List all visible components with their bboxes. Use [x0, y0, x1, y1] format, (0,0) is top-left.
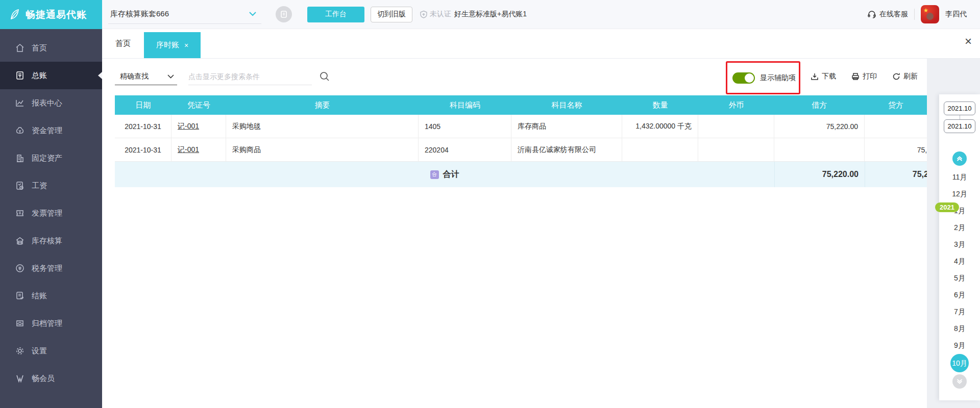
close-icon[interactable]: × [965, 35, 972, 47]
username[interactable]: 李四代 [945, 10, 967, 19]
account-book-select[interactable]: 库存核算账套666 [108, 5, 261, 24]
sidebar-item-archive[interactable]: 归档管理 [0, 310, 102, 337]
sidebar-item-inventory[interactable]: 库存核算 [0, 227, 102, 254]
month-item[interactable]: 4月 [954, 253, 965, 270]
print-button[interactable]: 打印 [851, 72, 877, 81]
sidebar-item-label: 发票管理 [32, 209, 62, 218]
sidebar-item-tax[interactable]: 税务管理 [0, 254, 102, 282]
month-list: 11月 12月 1月 2月 3月 4月 5月 6月 7月 8月 9月 10月 [950, 169, 969, 372]
search-mode-label: 精确查找 [120, 72, 149, 81]
cell-credit: 75,220.00 [865, 138, 937, 161]
divider [914, 9, 915, 20]
switch-old-version-button[interactable]: 切到旧版 [371, 7, 412, 22]
feather-logo-icon [8, 8, 21, 21]
sidebar-item-label: 总账 [32, 71, 47, 81]
online-service-button[interactable]: 在线客服 [867, 10, 908, 19]
sidebar-item-home[interactable]: 首页 [0, 34, 102, 62]
sidebar-item-payroll[interactable]: 工资 [0, 172, 102, 199]
sidebar-item-label: 税务管理 [32, 264, 62, 273]
col-header-date[interactable]: 日期 [115, 95, 172, 115]
sidebar-item-funds[interactable]: 资金管理 [0, 117, 102, 144]
download-button[interactable]: 下载 [811, 72, 836, 81]
period-to-box[interactable]: 2021.10 [944, 119, 975, 133]
cell-account-code: 220204 [419, 138, 511, 161]
sidebar-item-reports[interactable]: 报表中心 [0, 89, 102, 117]
workbench-button[interactable]: 工作台 [307, 7, 364, 22]
cell-credit [865, 115, 937, 138]
sidebar-item-settings[interactable]: 设置 [0, 337, 102, 365]
col-header-credit[interactable]: 贷方 [865, 95, 927, 115]
user-avatar[interactable]: ★ [921, 5, 939, 23]
period-from-box[interactable]: 2021.10 [944, 101, 975, 115]
month-item[interactable]: 6月 [954, 287, 965, 303]
year-badge: 2021 [935, 202, 959, 212]
search-mode-select[interactable]: 精确查找 [115, 68, 177, 85]
headset-icon [867, 10, 876, 19]
col-header-foreign-currency[interactable]: 外币 [698, 95, 774, 115]
refresh-button[interactable]: 刷新 [892, 72, 918, 81]
col-header-quantity[interactable]: 数量 [622, 95, 698, 115]
show-auxiliary-toggle[interactable] [732, 72, 755, 84]
sidebar-item-membership[interactable]: 畅会员 [0, 365, 102, 392]
brand-name: 畅捷通易代账 [26, 8, 87, 21]
tax-coin-icon [15, 264, 24, 273]
money-bag-icon [15, 126, 24, 135]
toggle-knob [745, 73, 754, 83]
sidebar-item-fixed-assets[interactable]: 固定资产 [0, 144, 102, 172]
col-header-debit[interactable]: 借方 [774, 95, 865, 115]
cell-account-name: 库存商品 [511, 115, 622, 138]
month-item[interactable]: 11月 [952, 169, 967, 186]
month-item[interactable]: 12月 [952, 186, 967, 202]
account-book-name: 库存核算账套666 [110, 9, 169, 19]
printer-icon [851, 72, 860, 81]
month-item-selected[interactable]: 10月 [950, 354, 969, 372]
refresh-icon [892, 72, 900, 81]
sidebar-item-general-ledger[interactable]: 总账 [0, 62, 102, 89]
sidebar-item-invoices[interactable]: 发票管理 [0, 199, 102, 227]
table-row[interactable]: 2021-10-31 记-001 采购商品 220204 沂南县亿诚家纺有限公司… [115, 138, 937, 162]
table-row[interactable]: 2021-10-31 记-001 采购地毯 1405 库存商品 1,432.00… [115, 115, 937, 138]
cert-status-text: 未认证 [430, 10, 451, 19]
cell-foreign-currency [698, 138, 774, 161]
month-item[interactable]: 5月 [954, 270, 965, 287]
sidebar-item-label: 报表中心 [32, 98, 62, 108]
print-label: 打印 [863, 72, 877, 81]
journal-table: 日期 凭证号 摘要 科目编码 科目名称 数量 外币 借方 贷方 » 2021-1… [115, 95, 937, 187]
search-input[interactable] [188, 68, 312, 85]
month-item[interactable]: 2月 [954, 219, 965, 236]
scroll-down-chevrons-icon[interactable] [952, 374, 967, 389]
col-header-voucher[interactable]: 凭证号 [172, 95, 226, 115]
show-auxiliary-label: 显示辅助项 [760, 73, 796, 83]
col-header-account-code[interactable]: 科目编码 [419, 95, 511, 115]
tab-home[interactable]: 首页 [105, 29, 141, 58]
tab-journal[interactable]: 序时账 × [144, 32, 201, 58]
tab-close-icon[interactable]: × [184, 41, 188, 49]
cell-summary: 采购商品 [226, 138, 419, 161]
month-item[interactable]: 7月 [954, 303, 965, 320]
sidebar-item-label: 固定资产 [32, 154, 62, 163]
voucher-link[interactable]: 记-001 [178, 122, 199, 131]
total-debit: 75,220.00 [774, 162, 865, 187]
scroll-up-chevrons-icon[interactable] [952, 151, 967, 166]
month-item[interactable]: 8月 [954, 320, 965, 337]
search-icon[interactable] [319, 71, 330, 82]
gear-icon [15, 346, 24, 355]
chevron-down-icon [167, 74, 174, 79]
closing-book-icon [15, 291, 24, 300]
month-item[interactable]: 3月 [954, 236, 965, 253]
col-header-summary[interactable]: 摘要 [226, 95, 419, 115]
sidebar-item-closing[interactable]: 结账 [0, 282, 102, 310]
download-label: 下载 [822, 72, 836, 81]
voucher-link[interactable]: 记-001 [178, 145, 199, 155]
month-item[interactable]: 9月 [954, 337, 965, 354]
memo-icon[interactable] [276, 6, 292, 22]
toolbar: 精确查找 显示辅助项 下载 打印 刷新 [102, 59, 927, 94]
topbar-right: 在线客服 ★ 李四代 [867, 5, 967, 23]
col-header-account-name[interactable]: 科目名称 [511, 95, 622, 115]
cell-foreign-currency [698, 115, 774, 138]
total-row: 合 合计 75,220.00 75,220.00 [115, 162, 937, 187]
tab-label: 序时账 [156, 40, 179, 50]
invoice-icon [15, 209, 24, 218]
sidebar-item-label: 首页 [32, 43, 47, 53]
avatar-figure [926, 13, 934, 20]
